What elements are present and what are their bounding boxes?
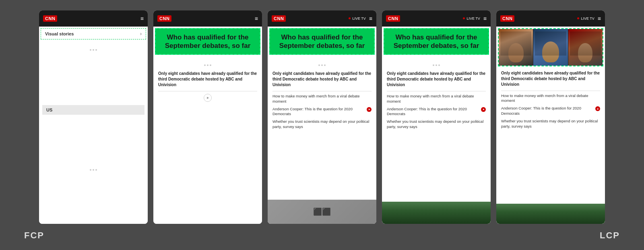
- article-link-5-1[interactable]: How to make money with merch from a vira…: [501, 93, 600, 104]
- live-dot-3: [349, 17, 351, 19]
- article-image-4: [382, 202, 491, 224]
- article-content-2: Only eight candidates have already quali…: [153, 56, 262, 224]
- headline-text-2: Who has qualified for the September deba…: [161, 33, 255, 50]
- dot-3: [95, 49, 97, 51]
- phone-1-header: CNN ≡: [39, 10, 148, 27]
- play-icon-5: [595, 106, 600, 111]
- article-main-text-4: Only eight candidates have already quali…: [387, 71, 486, 88]
- dot-8: [207, 64, 208, 66]
- phone-3: CNN LIVE TV ≡ Who has qualified for the …: [268, 10, 376, 224]
- visual-stories-label: Visual stories: [45, 31, 74, 36]
- hero-image-container: [498, 28, 603, 66]
- live-tv-text-4: LIVE TV: [466, 17, 480, 21]
- loading-overlay-3: ⬛⬛: [268, 200, 376, 224]
- article-content-3: Only eight candidates have already quali…: [268, 56, 376, 200]
- article-main-text-5: Only eight candidates have already quali…: [501, 70, 600, 87]
- hamburger-icon-2[interactable]: ≡: [255, 15, 258, 22]
- divider-4: [387, 91, 486, 91]
- article-link-5-2[interactable]: Anderson Cooper: This is the question fo…: [501, 106, 600, 116]
- phone-5: CNN LIVE TV ≡: [496, 10, 605, 224]
- phone-2-content: Who has qualified for the September deba…: [153, 27, 262, 224]
- live-dot-5: [577, 17, 579, 19]
- us-section: US: [42, 105, 144, 115]
- phone-1-content: Visual stories › US: [39, 27, 148, 224]
- headline-block-3: Who has qualified for the September deba…: [269, 28, 375, 55]
- main-container: CNN ≡ Visual stories › US: [0, 6, 644, 224]
- hero-panel-2: [533, 29, 568, 66]
- scroll-play-btn[interactable]: [204, 94, 212, 102]
- live-tv-text-3: LIVE TV: [352, 17, 365, 21]
- divider-5: [501, 91, 600, 91]
- article-main-text-2: Only eight candidates have already quali…: [158, 71, 257, 88]
- article-link-3-3[interactable]: Whether you trust scientists may depend …: [272, 119, 372, 130]
- article-link-3-1[interactable]: How to make money with merch from a vira…: [272, 94, 372, 104]
- phone-5-content: Only eight candidates have already quali…: [496, 27, 605, 224]
- hero-panel-3: [568, 29, 603, 66]
- lcp-label: LCP: [600, 230, 620, 241]
- article-link-4-3[interactable]: Whether you trust scientists may depend …: [387, 119, 486, 130]
- phone-4-header-right: LIVE TV ≡: [463, 15, 487, 22]
- live-tv-text-5: LIVE TV: [581, 17, 594, 21]
- article-image-3: ⬛⬛: [268, 200, 376, 224]
- dot-5: [93, 169, 94, 171]
- cnn-logo-3: CNN: [272, 15, 286, 22]
- divider-3: [272, 91, 372, 91]
- loading-text-3: ⬛⬛: [313, 207, 331, 216]
- headline-text-3: Who has qualified for the September deba…: [275, 33, 369, 50]
- live-tv-badge-4: LIVE TV: [463, 17, 480, 21]
- phone-3-header-right: LIVE TV ≡: [349, 15, 372, 22]
- article-main-text-3: Only eight candidates have already quali…: [272, 71, 372, 88]
- article-loader-2: [158, 60, 257, 71]
- bottom-labels: FCP LCP: [0, 224, 644, 244]
- hamburger-icon-3[interactable]: ≡: [369, 15, 372, 22]
- hamburger-icon-4[interactable]: ≡: [483, 15, 487, 22]
- loader-dots-2: [39, 161, 148, 179]
- hamburger-icon-1[interactable]: ≡: [140, 15, 144, 22]
- phone-5-header-right: LIVE TV ≡: [577, 15, 601, 22]
- article-content-5: Only eight candidates have already quali…: [496, 68, 605, 202]
- chevron-right-icon: ›: [140, 31, 142, 37]
- loader-dots-1: [39, 41, 148, 59]
- dot-2: [93, 49, 94, 51]
- divider-2: [158, 91, 257, 91]
- cnn-logo-1: CNN: [43, 15, 57, 22]
- live-dot-4: [463, 17, 465, 19]
- headline-block-2: Who has qualified for the September deba…: [155, 28, 260, 55]
- cnn-logo-4: CNN: [386, 15, 400, 22]
- live-tv-badge-3: LIVE TV: [349, 17, 365, 21]
- hero-panel-1: [499, 29, 533, 66]
- phone-4-content: Who has qualified for the September deba…: [382, 27, 491, 224]
- dot-6: [95, 169, 97, 171]
- phone-4-header: CNN LIVE TV ≡: [382, 10, 491, 27]
- article-link-4-1[interactable]: How to make money with merch from a vira…: [387, 94, 486, 104]
- dot-9: [210, 64, 211, 66]
- dot-7: [204, 64, 206, 66]
- article-loader-3: [272, 60, 372, 71]
- headline-block-4: Who has qualified for the September deba…: [384, 28, 489, 55]
- dot-1: [90, 49, 91, 51]
- play-icon-4: [481, 107, 486, 112]
- phone-2-header: CNN ≡: [153, 10, 262, 27]
- phone-2: CNN ≡ Who has qualified for the Septembe…: [153, 10, 262, 224]
- cnn-logo-2: CNN: [157, 15, 171, 22]
- phone-3-header: CNN LIVE TV ≡: [268, 10, 376, 27]
- phone-5-header: CNN LIVE TV ≡: [496, 10, 605, 27]
- article-link-4-2[interactable]: Anderson Cooper: This is the question fo…: [387, 107, 486, 117]
- phone-1: CNN ≡ Visual stories › US: [39, 10, 148, 224]
- cnn-logo-5: CNN: [500, 15, 514, 22]
- live-tv-badge-5: LIVE TV: [577, 17, 594, 21]
- visual-stories-bar[interactable]: Visual stories ›: [41, 28, 146, 39]
- phone-3-content: Who has qualified for the September deba…: [268, 27, 376, 224]
- article-link-3-2[interactable]: Anderson Cooper: This is the question fo…: [272, 107, 372, 117]
- play-icon-3: [367, 107, 372, 112]
- hamburger-icon-5[interactable]: ≡: [598, 15, 601, 22]
- dot-4: [90, 169, 91, 171]
- headline-text-4: Who has qualified for the September deba…: [389, 33, 483, 50]
- article-content-4: Only eight candidates have already quali…: [382, 56, 491, 200]
- fcp-label: FCP: [24, 230, 44, 241]
- phone-4: CNN LIVE TV ≡ Who has qualified for the …: [382, 10, 491, 224]
- article-loader-4: [387, 60, 486, 71]
- article-link-5-3[interactable]: Whether you trust scientists may depend …: [501, 119, 600, 129]
- article-image-5: [496, 204, 605, 224]
